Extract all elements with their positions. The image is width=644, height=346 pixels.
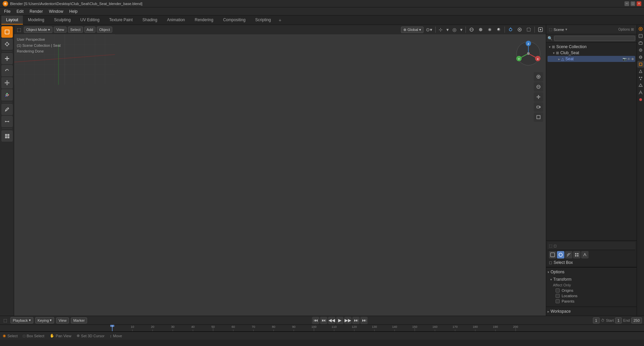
move-tool-button[interactable] — [1, 53, 13, 64]
scene-collection-item[interactable]: ▾ ⊞ Scene Collection — [548, 44, 635, 50]
modifier-props-btn[interactable] — [637, 68, 644, 75]
zoom-in-button[interactable] — [534, 72, 543, 81]
snap-toggle[interactable]: ⊹ — [437, 26, 444, 33]
material-shading[interactable] — [486, 26, 494, 33]
solid-shading[interactable] — [477, 26, 485, 33]
material-props-btn[interactable] — [637, 96, 644, 103]
current-frame-input[interactable]: 1 — [593, 317, 600, 323]
add-workspace-button[interactable]: + — [276, 15, 284, 25]
menu-render[interactable]: Render — [27, 8, 45, 14]
scene-dropdown[interactable]: ▾ — [565, 27, 567, 32]
locations-row[interactable]: Locations — [548, 293, 635, 299]
render-props-btn[interactable] — [637, 26, 644, 32]
object-data-btn[interactable] — [637, 89, 644, 96]
viewport-type-icon[interactable]: ⬚ — [15, 26, 23, 33]
seat-hide-icon[interactable]: 👁 — [627, 57, 631, 61]
select-tool-button[interactable] — [1, 26, 13, 38]
mode-btn-2[interactable] — [557, 251, 564, 258]
tab-modeling[interactable]: Modeling — [23, 15, 49, 25]
tab-rendering[interactable]: Rendering — [190, 15, 218, 25]
pivot-dropdown[interactable]: ⊙▾ — [425, 26, 434, 33]
keying-dropdown[interactable]: Keying▾ — [35, 317, 54, 323]
workspace-header[interactable]: ▸ Workspace — [548, 308, 635, 314]
timeline-ruler[interactable]: 1 10 20 30 40 50 60 70 80 90 100 110 120 — [0, 325, 644, 332]
seat-item[interactable]: ▸ △ Seat 📷 👁 ✱ — [548, 56, 635, 62]
next-frame-button[interactable]: ⏭ — [352, 317, 360, 324]
view-layer-btn[interactable] — [637, 40, 644, 46]
zoom-out-button[interactable] — [534, 82, 543, 92]
timeline-type-icon[interactable]: ⬚ — [2, 317, 8, 323]
snap-dropdown[interactable]: ▾ — [445, 26, 450, 33]
ortho-view-button[interactable] — [534, 112, 543, 122]
parents-row[interactable]: Parents — [548, 299, 635, 304]
tab-uv-editing[interactable]: UV Editing — [76, 15, 104, 25]
particles-props-btn[interactable] — [637, 75, 644, 82]
world-props-btn[interactable] — [637, 54, 644, 61]
menu-window[interactable]: Window — [46, 8, 66, 14]
menu-help[interactable]: Help — [67, 8, 80, 14]
jump-end-button[interactable]: ⏭ — [360, 317, 368, 324]
tab-shading[interactable]: Shading — [138, 15, 162, 25]
mode-btn-4[interactable] — [573, 251, 580, 258]
view-menu[interactable]: View — [54, 27, 67, 33]
mode-btn-1[interactable] — [549, 251, 556, 258]
proportional-dropdown[interactable]: ▾ — [459, 26, 464, 33]
prev-keyframe-button[interactable]: ◀◀ — [328, 317, 335, 324]
tool-shelf-icon[interactable]: ⬚ — [549, 244, 552, 248]
annotate-tool-button[interactable] — [1, 104, 13, 115]
cursor-tool-button[interactable] — [1, 38, 13, 50]
start-frame-input[interactable]: 1 — [615, 317, 622, 323]
add-tool-button[interactable] — [1, 130, 13, 142]
prev-frame-button[interactable]: ⏭ — [320, 317, 327, 324]
tab-scripting[interactable]: Scripting — [250, 15, 276, 25]
measure-tool-button[interactable] — [1, 116, 13, 127]
gizmo-toggle[interactable] — [507, 26, 515, 33]
parents-checkbox[interactable] — [556, 299, 560, 303]
end-frame-input[interactable]: 250 — [631, 317, 642, 323]
seat-visible-icon[interactable]: ✱ — [631, 57, 634, 61]
rendered-shading[interactable] — [495, 26, 503, 33]
outliner-type-icon[interactable]: ⬚ — [549, 27, 552, 32]
mode-dropdown[interactable]: Object Mode ▾ — [24, 27, 52, 33]
viewport[interactable]: ⬚ Object Mode ▾ View Select Add Object ⊕… — [14, 25, 546, 316]
origins-row[interactable]: Origins — [548, 288, 635, 293]
seat-camera-icon[interactable]: 📷 — [622, 57, 627, 61]
scene-props-btn[interactable] — [637, 47, 644, 54]
nav-gizmo[interactable]: Z X Y — [515, 40, 542, 67]
proportional-edit[interactable]: ◎ — [451, 26, 458, 33]
tab-texture-paint[interactable]: Texture Paint — [105, 15, 137, 25]
menu-edit[interactable]: Edit — [14, 8, 26, 14]
scale-tool-button[interactable] — [1, 77, 13, 89]
tab-animation[interactable]: Animation — [162, 15, 190, 25]
origins-checkbox[interactable] — [556, 288, 560, 292]
locations-checkbox[interactable] — [556, 294, 560, 298]
render-button[interactable] — [536, 26, 545, 33]
tab-layout[interactable]: Layout — [1, 15, 23, 25]
marker-btn[interactable]: Marker — [71, 317, 87, 323]
minimize-button[interactable]: − — [625, 1, 629, 6]
mode-btn-3[interactable] — [565, 251, 572, 258]
transform-header[interactable]: ▾ Transform — [548, 276, 635, 282]
close-button[interactable]: ✕ — [637, 1, 641, 6]
menu-file[interactable]: File — [1, 8, 13, 14]
mode-btn-5[interactable] — [581, 251, 589, 258]
camera-view-button[interactable] — [534, 102, 543, 112]
physics-props-btn[interactable] — [637, 82, 644, 89]
timeline-view-btn[interactable]: View — [56, 317, 69, 323]
active-tool-icon[interactable]: ◻ — [554, 244, 557, 248]
playback-dropdown[interactable]: Playback▾ — [10, 317, 33, 323]
outliner-search-input[interactable] — [554, 36, 635, 41]
maximize-button[interactable]: □ — [631, 1, 635, 6]
wireframe-shading[interactable] — [468, 26, 476, 33]
next-keyframe-button[interactable]: ▶▶ — [344, 317, 352, 324]
transform-tool-button[interactable] — [1, 89, 13, 101]
rotate-tool-button[interactable] — [1, 65, 13, 76]
club-seat-item[interactable]: ▾ ⊞ Club_Seat — [548, 50, 635, 56]
overlay-toggle[interactable] — [516, 26, 524, 33]
pan-view-button[interactable] — [534, 92, 543, 102]
filter-icon[interactable]: ⊞ — [631, 27, 634, 32]
jump-start-button[interactable]: ⏮ — [312, 317, 319, 324]
object-menu[interactable]: Object — [97, 27, 112, 33]
add-menu[interactable]: Add — [84, 27, 96, 33]
select-menu[interactable]: Select — [68, 27, 83, 33]
